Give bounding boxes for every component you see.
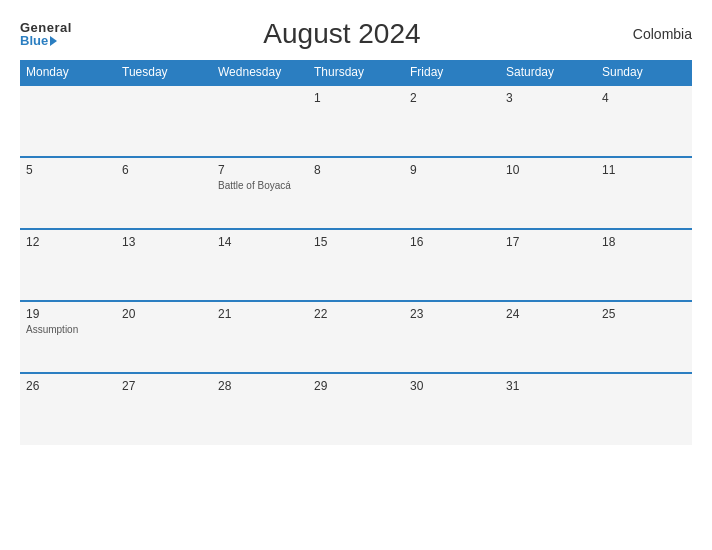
header-friday: Friday [404,60,500,85]
logo-triangle-icon [50,36,57,46]
day-number: 1 [314,91,398,105]
calendar-week-2: 567Battle of Boyacá891011 [20,157,692,229]
calendar-cell: 14 [212,229,308,301]
calendar-cell: 16 [404,229,500,301]
day-number: 9 [410,163,494,177]
day-number: 30 [410,379,494,393]
country-label: Colombia [612,26,692,42]
calendar-cell: 8 [308,157,404,229]
weekday-header-row: Monday Tuesday Wednesday Thursday Friday… [20,60,692,85]
calendar-title: August 2024 [72,18,612,50]
calendar-week-5: 262728293031 [20,373,692,445]
calendar-cell: 22 [308,301,404,373]
event-label: Assumption [26,323,110,336]
calendar-cell: 6 [116,157,212,229]
day-number: 6 [122,163,206,177]
calendar-cell: 29 [308,373,404,445]
calendar-cell: 12 [20,229,116,301]
calendar-week-3: 12131415161718 [20,229,692,301]
calendar-cell: 27 [116,373,212,445]
day-number: 8 [314,163,398,177]
day-number: 5 [26,163,110,177]
calendar-cell [596,373,692,445]
calendar-cell: 11 [596,157,692,229]
calendar-table: Monday Tuesday Wednesday Thursday Friday… [20,60,692,445]
day-number: 26 [26,379,110,393]
day-number: 27 [122,379,206,393]
day-number: 17 [506,235,590,249]
calendar-cell: 20 [116,301,212,373]
event-label: Battle of Boyacá [218,179,302,192]
day-number: 12 [26,235,110,249]
day-number: 23 [410,307,494,321]
calendar-cell: 5 [20,157,116,229]
calendar-cell: 31 [500,373,596,445]
day-number: 22 [314,307,398,321]
calendar-cell: 13 [116,229,212,301]
calendar-cell: 19Assumption [20,301,116,373]
header-saturday: Saturday [500,60,596,85]
calendar-cell: 10 [500,157,596,229]
day-number: 15 [314,235,398,249]
day-number: 3 [506,91,590,105]
calendar-week-1: 1234 [20,85,692,157]
calendar-cell: 15 [308,229,404,301]
header: General Blue August 2024 Colombia [20,18,692,50]
calendar-cell: 3 [500,85,596,157]
day-number: 28 [218,379,302,393]
day-number: 31 [506,379,590,393]
calendar-cell: 2 [404,85,500,157]
calendar-cell: 9 [404,157,500,229]
calendar-page: General Blue August 2024 Colombia Monday… [0,0,712,550]
day-number: 4 [602,91,686,105]
day-number: 18 [602,235,686,249]
calendar-cell: 24 [500,301,596,373]
calendar-cell: 1 [308,85,404,157]
logo: General Blue [20,21,72,47]
day-number: 24 [506,307,590,321]
day-number: 2 [410,91,494,105]
day-number: 13 [122,235,206,249]
calendar-week-4: 19Assumption202122232425 [20,301,692,373]
logo-blue-row: Blue [20,34,57,47]
calendar-cell [116,85,212,157]
calendar-cell: 17 [500,229,596,301]
header-thursday: Thursday [308,60,404,85]
calendar-cell: 4 [596,85,692,157]
day-number: 29 [314,379,398,393]
calendar-cell: 23 [404,301,500,373]
calendar-cell: 18 [596,229,692,301]
day-number: 19 [26,307,110,321]
calendar-cell [20,85,116,157]
header-sunday: Sunday [596,60,692,85]
day-number: 10 [506,163,590,177]
day-number: 25 [602,307,686,321]
calendar-cell: 21 [212,301,308,373]
header-wednesday: Wednesday [212,60,308,85]
day-number: 14 [218,235,302,249]
day-number: 16 [410,235,494,249]
calendar-cell: 25 [596,301,692,373]
calendar-cell: 28 [212,373,308,445]
header-tuesday: Tuesday [116,60,212,85]
calendar-cell: 7Battle of Boyacá [212,157,308,229]
day-number: 21 [218,307,302,321]
calendar-cell: 26 [20,373,116,445]
calendar-cell [212,85,308,157]
day-number: 11 [602,163,686,177]
logo-blue-text: Blue [20,34,48,47]
day-number: 20 [122,307,206,321]
header-monday: Monday [20,60,116,85]
day-number: 7 [218,163,302,177]
calendar-cell: 30 [404,373,500,445]
